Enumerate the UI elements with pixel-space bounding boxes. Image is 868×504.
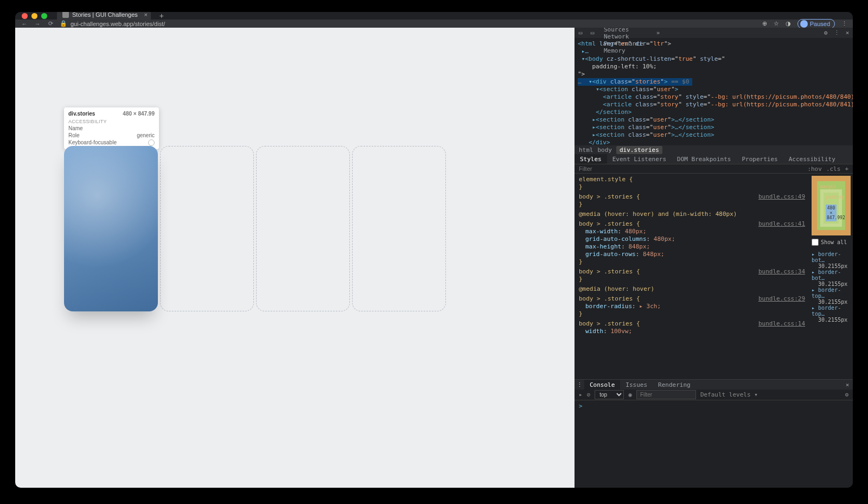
search-icon[interactable]: ⊕: [762, 20, 767, 27]
console-body[interactable]: >: [575, 400, 853, 488]
back-button[interactable]: ←: [21, 21, 28, 27]
devtools-panel: ▭ ▭ ElementsConsoleSourcesNetworkPerform…: [575, 28, 853, 488]
toolbar: ← → ⟳ 🔒 gui-challenges.web.app/stories/d…: [15, 20, 853, 28]
reload-button[interactable]: ⟳: [47, 20, 54, 27]
console-toolbar: ▸ ⊘ top ◉ Default levels ▾ ⚙: [575, 390, 853, 400]
stories-container: [64, 146, 446, 311]
show-all-checkbox[interactable]: [812, 239, 819, 246]
favicon-icon: [62, 12, 69, 18]
element-tooltip: div.stories 480 × 847.99 ACCESSIBILITY N…: [64, 107, 159, 149]
profile-label: Paused: [810, 21, 830, 27]
tooltip-role-label: Role: [68, 132, 80, 138]
page-viewport: div.stories 480 × 847.99 ACCESSIBILITY N…: [15, 28, 575, 488]
elements-tree[interactable]: <html lang="en" dir="ltr"> ▸… ▾<body cz-…: [575, 38, 853, 145]
crumb[interactable]: body: [598, 146, 612, 154]
tooltip-dims: 480 × 847.99: [123, 111, 155, 117]
style-rules[interactable]: element.style {}bundle.css:49body > .sto…: [575, 174, 809, 379]
styles-filterbar: :hov .cls +: [575, 164, 853, 174]
tooltip-name-label: Name: [68, 125, 83, 131]
styles-tabbar: StylesEvent ListenersDOM BreakpointsProp…: [575, 154, 853, 164]
context-select[interactable]: top: [595, 390, 624, 399]
drawer-tabbar: ⋮ ConsoleIssuesRendering×: [575, 380, 853, 390]
console-drawer: ⋮ ConsoleIssuesRendering× ▸ ⊘ top ◉ Defa…: [575, 379, 853, 488]
styles-filter-input[interactable]: [579, 165, 803, 172]
tooltip-kf-badge: [148, 139, 155, 146]
clear-console-icon[interactable]: ⊘: [587, 391, 591, 398]
crumb[interactable]: html: [579, 146, 593, 154]
crumb-selected[interactable]: div.stories: [616, 146, 662, 154]
window-controls: [22, 13, 47, 19]
tooltip-selector: div.stories: [68, 111, 95, 117]
close-window-icon[interactable]: [22, 13, 28, 19]
styles-tab-accessibility[interactable]: Accessibility: [783, 154, 841, 164]
console-settings-icon[interactable]: ⚙: [845, 391, 848, 398]
kebab-icon[interactable]: ⋮: [831, 29, 842, 36]
device-toolbar-icon[interactable]: ▭: [586, 29, 598, 36]
styles-tab-event-listeners[interactable]: Event Listeners: [607, 154, 672, 164]
hov-toggle[interactable]: :hov: [807, 165, 822, 173]
drawer-tab-console[interactable]: Console: [584, 380, 620, 390]
extension-icon[interactable]: ◑: [786, 20, 791, 27]
url-text: gui-challenges.web.app/stories/dist/: [71, 21, 165, 27]
box-model[interactable]: margin padding - 480 × 847.992: [812, 176, 851, 235]
profile-chip[interactable]: Paused: [797, 19, 835, 29]
tooltip-role-value: generic: [137, 132, 155, 138]
drawer-tab-issues[interactable]: Issues: [620, 380, 653, 390]
styles-tab-styles[interactable]: Styles: [575, 154, 607, 164]
new-tab-button[interactable]: +: [159, 12, 164, 20]
sidebar-toggle-icon[interactable]: ▸: [579, 391, 583, 398]
lock-icon: 🔒: [60, 20, 67, 27]
tab-strip: Stories | GUI Challenges × +: [15, 12, 853, 20]
close-devtools-icon[interactable]: ×: [842, 29, 853, 36]
forward-button[interactable]: →: [34, 21, 41, 27]
console-prompt: >: [579, 403, 583, 410]
story-card[interactable]: [256, 146, 350, 311]
tooltip-kf-label: Keyboard-focusable: [68, 139, 117, 146]
browser-tab[interactable]: Stories | GUI Challenges ×: [57, 12, 151, 20]
avatar-icon: [800, 20, 808, 28]
computed-pane: margin padding - 480 × 847.992 Show all …: [809, 174, 853, 379]
eye-icon[interactable]: ◉: [628, 391, 632, 398]
address-bar[interactable]: 🔒 gui-challenges.web.app/stories/dist/: [60, 20, 757, 27]
add-rule-icon[interactable]: +: [845, 165, 848, 173]
maximize-window-icon[interactable]: [41, 13, 47, 19]
tab-title: Stories | GUI Challenges: [72, 12, 138, 18]
styles-tab-dom-breakpoints[interactable]: DOM Breakpoints: [672, 154, 736, 164]
story-card[interactable]: [160, 146, 254, 311]
menu-icon[interactable]: ⋮: [841, 20, 847, 27]
console-filter-input[interactable]: [636, 390, 696, 399]
minimize-window-icon[interactable]: [31, 13, 37, 19]
settings-icon[interactable]: ⚙: [820, 29, 831, 36]
story-card[interactable]: [352, 146, 446, 311]
show-all-toggle[interactable]: Show all: [812, 239, 851, 246]
devtools-tab-sources[interactable]: Sources: [598, 28, 649, 33]
styles-tab-properties[interactable]: Properties: [736, 154, 783, 164]
drawer-tab-rendering[interactable]: Rendering: [653, 380, 696, 390]
drawer-menu-icon[interactable]: ⋮: [575, 381, 584, 388]
browser-window: Stories | GUI Challenges × + ← → ⟳ 🔒 gui…: [15, 12, 853, 488]
tooltip-section: ACCESSIBILITY: [68, 119, 155, 124]
devtools-tabbar: ▭ ▭ ElementsConsoleSourcesNetworkPerform…: [575, 28, 853, 38]
story-card-highlighted[interactable]: [64, 146, 158, 311]
breadcrumb[interactable]: html body div.stories: [575, 145, 853, 154]
cls-toggle[interactable]: .cls: [826, 165, 841, 173]
close-tab-icon[interactable]: ×: [144, 12, 147, 18]
log-levels[interactable]: Default levels ▾: [700, 391, 758, 398]
close-drawer-icon[interactable]: ×: [842, 381, 853, 388]
bookmark-icon[interactable]: ☆: [774, 20, 779, 27]
more-tabs-icon[interactable]: »: [651, 28, 666, 38]
inspect-element-icon[interactable]: ▭: [575, 29, 586, 36]
